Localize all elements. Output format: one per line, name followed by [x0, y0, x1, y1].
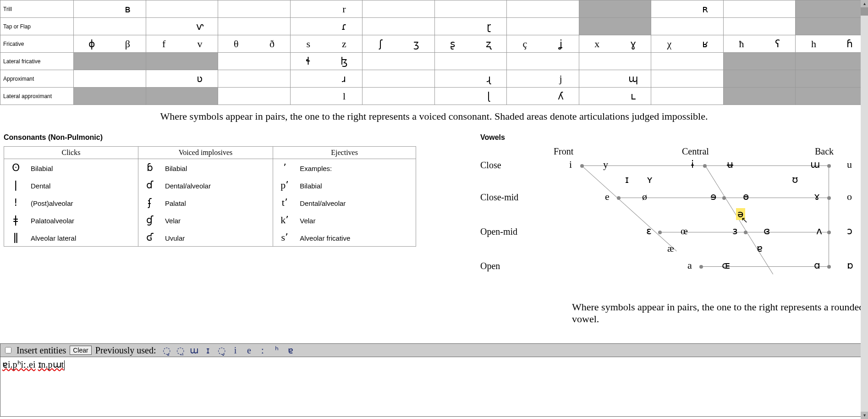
vowel-barred-o[interactable]: ɵ: [743, 191, 749, 203]
nonpulmonic-cell[interactable]: ǂPalatoalveolar: [4, 211, 138, 229]
consonant-cell[interactable]: [434, 53, 507, 70]
vowel-ae[interactable]: æ: [667, 243, 674, 254]
consonant-cell[interactable]: [218, 53, 291, 70]
ipa-text-input[interactable]: ɐi.pʰiː.ei ɪn.pɯt: [0, 357, 868, 417]
consonant-cell[interactable]: çʝ: [507, 35, 579, 53]
vowel-a[interactable]: a: [687, 259, 692, 271]
vowel-o-slash[interactable]: ø: [642, 191, 647, 203]
consonant-cell[interactable]: ʎ: [507, 88, 579, 105]
consonant-cell[interactable]: [651, 70, 724, 88]
previously-used-symbol[interactable]: ː: [256, 345, 270, 356]
scroll-down-arrow[interactable]: ▾: [861, 412, 868, 417]
vowel-turned-a[interactable]: ɐ: [757, 243, 763, 254]
vowel-rams-horn[interactable]: ɤ: [814, 191, 820, 203]
consonant-cell[interactable]: [507, 0, 579, 18]
consonant-cell[interactable]: ʋ: [146, 70, 218, 88]
consonant-cell[interactable]: [723, 18, 796, 35]
consonant-cell[interactable]: ʟ: [579, 88, 651, 105]
consonant-cell[interactable]: ɬɮ: [290, 53, 363, 70]
nonpulmonic-cell[interactable]: ʄPalatal: [138, 194, 273, 211]
consonant-cell[interactable]: ɹ: [290, 70, 363, 88]
consonant-cell[interactable]: [218, 88, 291, 105]
consonant-cell[interactable]: [146, 0, 218, 18]
scroll-up-arrow[interactable]: ▴: [861, 0, 868, 7]
nonpulmonic-cell[interactable]: ʘBilabial: [4, 159, 138, 177]
previously-used-symbol[interactable]: ɯ: [187, 345, 201, 356]
consonant-cell[interactable]: r: [290, 0, 363, 18]
insert-entities-checkbox[interactable]: [5, 347, 11, 353]
vowel-i[interactable]: i: [569, 159, 572, 171]
consonant-cell[interactable]: [74, 18, 146, 35]
previously-used-symbol[interactable]: ◌̥: [160, 345, 174, 356]
vowel-closed-reversed-epsilon[interactable]: ɞ: [764, 225, 770, 237]
previously-used-symbol[interactable]: ◌̤: [174, 345, 187, 356]
nonpulmonic-cell[interactable]: ǀDental: [4, 176, 138, 194]
previously-used-symbol[interactable]: ◌̬: [215, 345, 229, 356]
consonant-cell[interactable]: ɾ: [290, 18, 363, 35]
consonant-cell[interactable]: ʂʐ: [434, 35, 507, 53]
consonant-cell[interactable]: sz: [290, 35, 363, 53]
vowel-y[interactable]: y: [603, 159, 608, 171]
consonant-cell[interactable]: xɣ: [579, 35, 651, 53]
consonant-cell[interactable]: ɻ: [434, 70, 507, 88]
vowel-reversed-epsilon[interactable]: ɜ: [732, 225, 738, 237]
vowel-u[interactable]: u: [847, 159, 852, 171]
consonant-cell[interactable]: l: [290, 88, 363, 105]
vowel-turned-m[interactable]: ɯ: [810, 159, 820, 171]
vowel-o[interactable]: o: [847, 191, 852, 203]
consonant-cell[interactable]: [363, 0, 435, 18]
consonant-cell[interactable]: [651, 88, 724, 105]
consonant-cell[interactable]: [579, 53, 651, 70]
vowel-e[interactable]: e: [605, 191, 610, 203]
previously-used-symbol[interactable]: ɪ: [201, 345, 215, 356]
nonpulmonic-cell[interactable]: ɗDental/alveolar: [138, 176, 273, 194]
consonant-cell[interactable]: χʁ: [651, 35, 724, 53]
vowel-upsilon[interactable]: ʊ: [792, 174, 798, 186]
consonant-cell[interactable]: [507, 53, 579, 70]
consonant-cell[interactable]: [218, 18, 291, 35]
vowel-schwa[interactable]: ə: [736, 208, 745, 220]
vowel-turned-script-a[interactable]: ɒ: [847, 259, 853, 271]
vowel-script-a[interactable]: ɑ: [814, 259, 820, 271]
consonant-cell[interactable]: [651, 53, 724, 70]
scrollbar-thumb[interactable]: [861, 7, 868, 16]
nonpulmonic-cell[interactable]: kʼVelar: [273, 211, 416, 229]
previously-used-symbol[interactable]: ʰ: [270, 345, 284, 356]
consonant-cell[interactable]: ɽ: [434, 18, 507, 35]
nonpulmonic-cell[interactable]: ʛUvular: [138, 229, 273, 247]
consonant-cell[interactable]: fv: [146, 35, 218, 53]
consonant-cell[interactable]: ɸβ: [74, 35, 146, 53]
consonant-cell[interactable]: hɦ: [796, 35, 868, 53]
vowel-small-cap-y[interactable]: ʏ: [647, 174, 653, 186]
consonant-cell[interactable]: [363, 53, 435, 70]
consonant-cell[interactable]: ɰ: [579, 70, 651, 88]
previously-used-symbol[interactable]: i: [229, 345, 242, 356]
consonant-cell[interactable]: ħʕ: [723, 35, 796, 53]
consonant-cell[interactable]: [363, 18, 435, 35]
vowel-epsilon[interactable]: ɛ: [646, 225, 652, 237]
nonpulmonic-cell[interactable]: tʼDental/alveolar: [273, 194, 416, 211]
vowel-turned-v[interactable]: ʌ: [816, 225, 822, 237]
consonant-cell[interactable]: ʃʒ: [363, 35, 435, 53]
vertical-scrollbar[interactable]: ▴ ▾: [861, 0, 868, 417]
consonant-cell[interactable]: [507, 18, 579, 35]
consonant-cell[interactable]: [74, 70, 146, 88]
nonpulmonic-cell[interactable]: ʼExamples:: [273, 159, 416, 177]
consonant-cell[interactable]: [651, 18, 724, 35]
clear-button[interactable]: Clear: [70, 346, 91, 355]
consonant-cell[interactable]: [218, 70, 291, 88]
consonant-cell[interactable]: ʀ: [651, 0, 724, 18]
vowel-open-o[interactable]: ɔ: [847, 225, 852, 237]
nonpulmonic-cell[interactable]: sʼAlveolar fricative: [273, 229, 416, 247]
previously-used-symbol[interactable]: ɐ: [284, 345, 297, 356]
nonpulmonic-cell[interactable]: ǁAlveolar lateral: [4, 229, 138, 247]
nonpulmonic-cell[interactable]: ɠVelar: [138, 211, 273, 229]
vowel-OE[interactable]: ɶ: [722, 259, 731, 271]
vowel-barred-i[interactable]: ɨ: [691, 159, 694, 171]
nonpulmonic-cell[interactable]: pʼBilabial: [273, 176, 416, 194]
nonpulmonic-cell[interactable]: ǃ(Post)alveolar: [4, 194, 138, 211]
vowel-small-cap-i[interactable]: ɪ: [625, 174, 629, 186]
consonant-cell[interactable]: ɭ: [434, 88, 507, 105]
previously-used-symbol[interactable]: e: [242, 345, 256, 356]
consonant-cell[interactable]: ⱱ: [146, 18, 218, 35]
